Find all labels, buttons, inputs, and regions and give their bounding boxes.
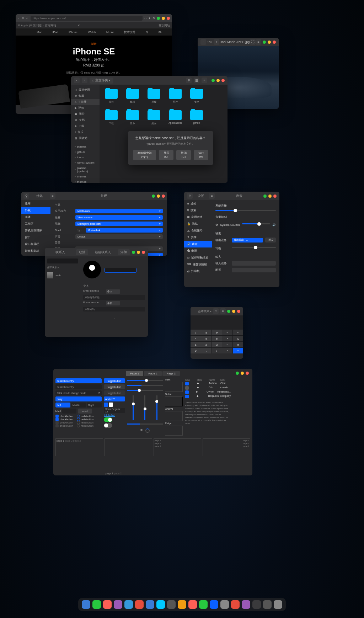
key-9[interactable]: 9 [212, 330, 222, 335]
checkbutton[interactable]: checkbutton [55, 421, 73, 424]
key-equals[interactable]: = [233, 348, 243, 353]
email-input[interactable]: 添加电子邮箱 [83, 295, 145, 300]
key-dot[interactable]: . [201, 348, 212, 353]
minimize-icon[interactable] [227, 310, 230, 313]
key-divide[interactable]: ÷ [222, 330, 232, 335]
maximize-icon[interactable] [268, 195, 272, 198]
radiobutton[interactable]: radiobutton [77, 415, 93, 418]
bag-icon[interactable]: 🛍 [159, 31, 161, 34]
sidebar-music[interactable]: ♪ 音乐 [71, 129, 100, 135]
add-button[interactable]: 添加 [118, 249, 130, 255]
mode-input[interactable]: Click icon to change mode⟳ [55, 390, 102, 395]
menu-icon[interactable]: ≡ [209, 193, 215, 199]
dock-app-icon[interactable] [92, 600, 101, 609]
dock-app-icon[interactable] [146, 600, 154, 609]
sidebar-item-printers[interactable]: 🖨 打印机 [184, 268, 212, 275]
notebook-tab[interactable]: page 3 [243, 445, 249, 447]
table-header[interactable]: Icon [197, 378, 208, 382]
folder-item[interactable]: 下载 [104, 110, 119, 125]
browser-tab[interactable]: ✕ Apple (中国大陆) - 官方网站 ✕ [18, 23, 80, 27]
key-percent[interactable]: % [233, 342, 243, 347]
zoom-in-icon[interactable]: + [214, 39, 219, 45]
dock-app-icon[interactable] [167, 600, 176, 609]
close-icon[interactable] [273, 195, 277, 198]
config-dropdown[interactable] [232, 268, 276, 272]
table-row[interactable]: ◆AndreaCimi [185, 382, 231, 386]
folder-item[interactable]: 音乐 [125, 110, 140, 125]
back-icon[interactable]: ‹ [74, 78, 80, 83]
sidebar-item-startup[interactable]: 开机启动程序 [21, 227, 50, 234]
sidebar-trash[interactable]: 🗑 回收站 [71, 135, 100, 141]
sidebar-item-titlebar[interactable]: 窗口标题栏 [21, 241, 50, 247]
folder-item[interactable]: 桌面 [146, 110, 161, 125]
avatar-image[interactable] [83, 261, 101, 278]
search-icon[interactable]: ⚲ [23, 193, 29, 199]
spin-right[interactable]: Right [87, 403, 102, 407]
dock-app-icon[interactable] [252, 600, 261, 609]
sidebar-item-appearance[interactable]: 外观 [21, 207, 50, 214]
search-icon[interactable]: ⚲ [146, 31, 148, 34]
key-8[interactable]: 8 [201, 330, 212, 335]
view-icon[interactable]: ▦ [194, 78, 199, 83]
key-6[interactable]: 6 [212, 336, 222, 341]
back-icon[interactable]: ‹ [18, 17, 21, 20]
sidebar-item-notifications[interactable]: ◈ 通知 [184, 200, 212, 207]
sidebar-dir[interactable]: ▫ plasma (system) [71, 165, 100, 174]
key-2[interactable]: 2 [201, 342, 212, 347]
maximize-icon[interactable] [232, 310, 235, 313]
maximize-icon[interactable] [241, 372, 244, 375]
color-swatch[interactable] [109, 403, 113, 407]
run-terminal-button[interactable]: 在终端中运行(T) [133, 150, 156, 160]
key-1[interactable]: 1 [191, 342, 201, 347]
test-button[interactable]: 测试 [265, 238, 276, 243]
v-slider[interactable] [144, 395, 145, 420]
folder-item[interactable]: github [189, 110, 204, 125]
table-header[interactable]: Name [208, 378, 219, 382]
minimize-icon[interactable] [152, 195, 155, 198]
sidebar-item-mouse[interactable]: ▭ 鼠标和触摸板 [184, 254, 212, 261]
phone-input[interactable]: 添加号码 [83, 307, 145, 311]
dock-app-icon[interactable] [263, 600, 272, 609]
notebook-tab[interactable]: page 1 [243, 439, 249, 442]
close-icon[interactable] [273, 41, 276, 44]
dock-app-icon[interactable] [156, 600, 165, 609]
h-slider[interactable] [127, 380, 163, 381]
notebook-tab[interactable]: page 3 [73, 439, 81, 442]
spin-left[interactable]: Left [55, 403, 70, 407]
sidebar-item-keyboard[interactable]: ⌨ 键盘快捷键 [184, 261, 212, 268]
notebook-tab[interactable]: page 2 [155, 442, 200, 444]
folder-item[interactable]: 公共 [104, 89, 119, 104]
dock-app-icon[interactable] [82, 600, 90, 609]
maximize-icon[interactable] [216, 79, 220, 82]
breadcrumb[interactable]: ⌂ 主文件夹 ▾ [90, 78, 113, 84]
sidebar-recent[interactable]: ◷ 最近使用 [71, 87, 100, 93]
key-4[interactable]: 4 [191, 336, 201, 341]
notebook-tab[interactable]: page 2 [114, 472, 121, 475]
balance-slider[interactable] [232, 247, 276, 248]
close-icon[interactable] [237, 310, 240, 313]
color-swatch[interactable] [104, 403, 108, 407]
menu-icon[interactable]: ≡ [256, 39, 261, 45]
toggle-button[interactable]: togglebutton [104, 378, 125, 383]
minimize-icon[interactable] [236, 372, 239, 375]
notebook-tab[interactable]: page 2 [243, 442, 249, 444]
sidebar-item-sharing[interactable]: ⬆ 共享 [184, 234, 212, 241]
sidebar-dir[interactable]: ▫ themes [71, 174, 100, 179]
sidebar-item-workspace[interactable]: 工作区 [21, 220, 50, 227]
maximize-icon[interactable] [137, 251, 140, 254]
minimize-icon[interactable] [263, 41, 266, 44]
key-3[interactable]: 3 [212, 342, 222, 347]
sound-dropdown[interactable]: Default▾ [75, 234, 163, 239]
dock-app-icon[interactable] [220, 600, 229, 609]
forward-icon[interactable]: › [82, 78, 87, 83]
folder-item[interactable]: 文档 [189, 89, 204, 104]
nav-music[interactable]: Music [106, 31, 114, 34]
font-picker[interactable]: Sans Regular 12 [104, 408, 125, 413]
input-device-dropdown[interactable] [232, 261, 276, 266]
name-dropdown[interactable]: Andrea ▾ [104, 396, 125, 401]
sidebar-pictures[interactable]: ▣ 图片 [71, 111, 100, 117]
key-5[interactable]: 5 [201, 336, 212, 341]
key-7[interactable]: 7 [191, 330, 201, 335]
folder-item[interactable]: 图片 [168, 89, 183, 104]
sidebar-downloads[interactable]: ⬇ 下载 [71, 123, 100, 129]
